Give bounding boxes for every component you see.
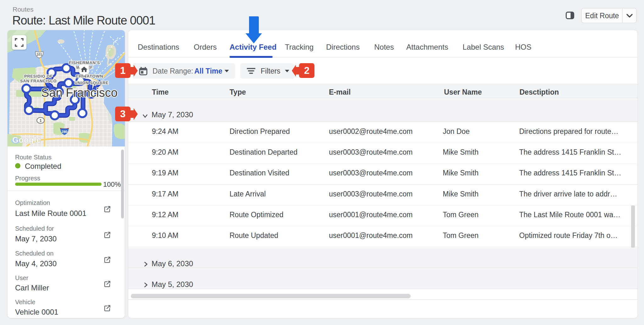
svg-text:1: 1 — [40, 118, 42, 123]
svg-text:280: 280 — [62, 130, 67, 134]
svg-text:101: 101 — [36, 52, 42, 56]
svg-text:SAN FRANCISCO: SAN FRANCISCO — [20, 79, 57, 83]
svg-text:Google: Google — [12, 135, 41, 144]
svg-text:CHINATOWN: CHINATOWN — [75, 74, 103, 79]
svg-text:PRESIDIO OF: PRESIDIO OF — [24, 74, 53, 79]
svg-text:UNION SQUARE: UNION SQUARE — [75, 80, 108, 85]
svg-text:San Francisco: San Francisco — [41, 86, 118, 99]
